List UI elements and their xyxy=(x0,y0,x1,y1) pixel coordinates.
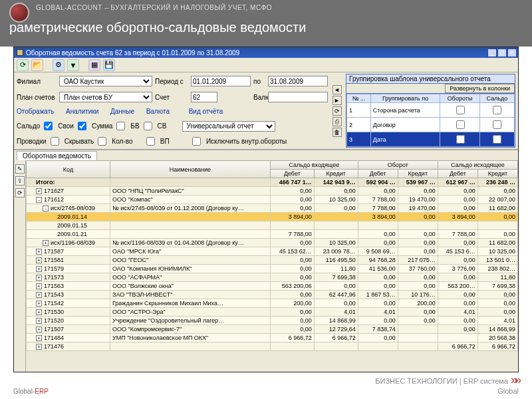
schet-label: Счет xyxy=(155,94,188,101)
group-delete-icon[interactable]: 🗑 xyxy=(332,128,342,137)
kolvo-check[interactable] xyxy=(98,137,106,146)
close-button[interactable]: × xyxy=(507,49,517,57)
footer-right: БИЗНЕС ТЕХНОЛОГИИ | ERP система»» Global xyxy=(375,373,519,395)
tree-toggle-icon[interactable]: + xyxy=(36,327,42,332)
col-k2[interactable]: Кредит xyxy=(398,170,438,178)
maximize-button[interactable]: □ xyxy=(497,49,507,57)
side-edit-icon[interactable]: ✎ xyxy=(15,164,25,174)
otobrazhat-label: Отображать xyxy=(17,108,54,115)
tree-toggle-icon[interactable]: + xyxy=(36,318,42,324)
table-row[interactable]: 2009.01.217 788,000,000,007 788,000,00 xyxy=(27,230,518,239)
table-row[interactable]: +171507ООО "Компромсервис-7"0,0012 729,6… xyxy=(27,325,518,334)
save-icon[interactable]: 💾 xyxy=(103,59,115,71)
columns-icon[interactable]: ▦ xyxy=(88,59,100,71)
table-row[interactable]: +171587ОАО "МРСК Юга"45 153 62…23 009 78… xyxy=(27,247,518,256)
tree-toggle-icon[interactable]: + xyxy=(43,240,49,246)
tree-toggle-icon[interactable]: - xyxy=(36,197,42,203)
expand-columns-button[interactable]: Развернуть в колонки xyxy=(445,84,515,93)
col-saldo-in[interactable]: Сальдо входящее xyxy=(270,161,358,170)
vp-check[interactable] xyxy=(146,137,155,146)
exclude-check[interactable] xyxy=(192,137,201,146)
period-s-label: Период с xyxy=(155,78,188,85)
col-oborot[interactable]: Оборот xyxy=(358,161,438,170)
footer-left: Global-ERP xyxy=(13,388,49,395)
table-row[interactable]: +1714766 966,726 966,72 xyxy=(27,342,518,351)
vid-otcheta-select[interactable]: Универсальный отчет xyxy=(182,121,275,132)
summa-check[interactable] xyxy=(78,122,86,130)
tree-toggle-icon[interactable]: + xyxy=(36,275,42,281)
table-row[interactable]: +171530ООО "АСТРО-Эра"0,004,014,010,004,… xyxy=(27,308,518,317)
group-col-saldo[interactable]: Сальдо xyxy=(479,94,514,103)
col-k1[interactable]: Кредит xyxy=(314,170,358,178)
group-refresh-icon[interactable]: ⟳ xyxy=(332,106,342,116)
table-row[interactable]: +171520Учреждение "Оздоровительный лагер… xyxy=(27,317,518,325)
table-row[interactable]: +исх/1196-08/039№ исх/1196-08/039 от 01.… xyxy=(27,239,518,247)
window-icon xyxy=(17,49,23,56)
col-d3[interactable]: Дебет xyxy=(438,170,477,178)
tree-toggle-icon[interactable]: + xyxy=(36,335,42,341)
table-row[interactable]: +171542Гражданин Скрынников Михаил Миха…… xyxy=(27,299,518,308)
tree-toggle-icon[interactable]: + xyxy=(36,266,42,272)
report-table-wrap[interactable]: Код Наименование Сальдо входящее Оборот … xyxy=(26,160,518,372)
table-row[interactable]: +171573ООО "АСФАРМА"0,007 699,380,000,00… xyxy=(27,273,518,282)
valuta-input[interactable] xyxy=(268,92,328,102)
refresh-icon[interactable]: ⟳ xyxy=(17,59,29,71)
table-row[interactable]: 2009.01.15 xyxy=(27,221,518,230)
valuta2-label: Валюта xyxy=(146,108,170,115)
group-col-no[interactable]: № ... xyxy=(347,94,371,103)
minimize-button[interactable]: _ xyxy=(487,49,497,57)
plan-select[interactable]: План счетов БУ xyxy=(59,92,152,102)
plan-label: План счетов xyxy=(17,94,57,101)
po-label: по xyxy=(253,78,265,85)
schet-input[interactable] xyxy=(191,92,217,102)
tree-toggle-icon[interactable]: - xyxy=(43,205,49,211)
filial-select[interactable]: ОАО Каустик xyxy=(59,76,152,86)
move-left-icon[interactable]: ◄ xyxy=(332,85,342,94)
period-to-input[interactable] xyxy=(268,76,328,86)
settings-icon[interactable]: ⚙ xyxy=(53,59,65,71)
tree-toggle-icon[interactable]: + xyxy=(36,249,42,255)
side-export-icon[interactable]: ⇪ xyxy=(15,176,25,186)
table-row[interactable]: +171581ООО "ГЕОС"0,00116 495,5094 768,28… xyxy=(27,256,518,265)
move-right-icon[interactable]: ► xyxy=(332,96,342,105)
tree-toggle-icon[interactable]: + xyxy=(36,309,42,315)
svoi-check[interactable] xyxy=(44,122,53,130)
group-col-groupby[interactable]: Группировать по xyxy=(370,94,440,103)
table-row[interactable]: +171484УМП "Новониколаевское МП ОКХ"6 96… xyxy=(27,334,518,342)
skryvat-check[interactable] xyxy=(51,137,59,146)
filter-icon[interactable]: ▼ xyxy=(67,59,79,71)
group-row[interactable]: 1Сторона расчета xyxy=(347,103,515,118)
group-row[interactable]: 3Дата xyxy=(347,132,515,147)
table-row[interactable]: -171612ООО "Компас"0,0010 325,007 788,00… xyxy=(27,196,518,204)
table-row[interactable]: +171627ООО "НПЦ "ПолиРелакС"0,000,000,00… xyxy=(27,187,518,196)
col-kod[interactable]: Код xyxy=(27,161,110,178)
table-row[interactable]: +171579ОАО "Компания ЮНИМИЛК"0,0011,8041… xyxy=(27,265,518,273)
tab-oborotnaya[interactable]: Оборотная ведомость xyxy=(17,151,97,160)
sv-check[interactable] xyxy=(144,122,152,130)
group-row[interactable]: 2Договор xyxy=(347,118,515,132)
analitiki-label: Аналитики xyxy=(66,108,98,115)
open-folder-icon[interactable]: 📂 xyxy=(31,59,43,71)
bv-check[interactable] xyxy=(116,122,125,130)
table-row[interactable]: 2009.01.143 894,003 894,000,003 894,000,… xyxy=(27,213,518,221)
tree-toggle-icon[interactable]: + xyxy=(36,283,42,289)
col-d1[interactable]: Дебет xyxy=(270,170,314,178)
col-k3[interactable]: Кредит xyxy=(477,170,517,178)
tree-toggle-icon[interactable]: + xyxy=(36,301,42,307)
col-d2[interactable]: Дебет xyxy=(358,170,398,178)
tree-toggle-icon[interactable]: + xyxy=(36,257,42,263)
tree-toggle-icon[interactable]: + xyxy=(36,344,42,350)
table-row[interactable]: Итого:466 747 1…142 943 9…592 904 …539 9… xyxy=(27,178,518,187)
group-export-icon[interactable]: ⎙ xyxy=(332,117,342,126)
col-saldo-out[interactable]: Сальдо исходящее xyxy=(438,161,517,170)
title-bar[interactable]: Оборотная ведомость счета 62 за период с… xyxy=(14,47,518,58)
table-row[interactable]: +171563ООО "Волжские окна"563 200,060,00… xyxy=(27,282,518,291)
side-refresh-icon[interactable]: ⟳ xyxy=(15,188,25,198)
col-naim[interactable]: Наименование xyxy=(110,161,270,178)
tree-toggle-icon[interactable]: + xyxy=(36,188,42,194)
table-row[interactable]: -исх/2745-08/039№ исх/2745-08/039 от 01.… xyxy=(27,204,518,213)
tree-toggle-icon[interactable]: + xyxy=(36,292,42,298)
period-from-input[interactable] xyxy=(191,76,251,86)
table-row[interactable]: +171543ЗАО "ТВЭЛ-ИНВЕСТ"0,0062 447,961 8… xyxy=(27,291,518,299)
group-col-oboroty[interactable]: Обороты xyxy=(440,94,480,103)
